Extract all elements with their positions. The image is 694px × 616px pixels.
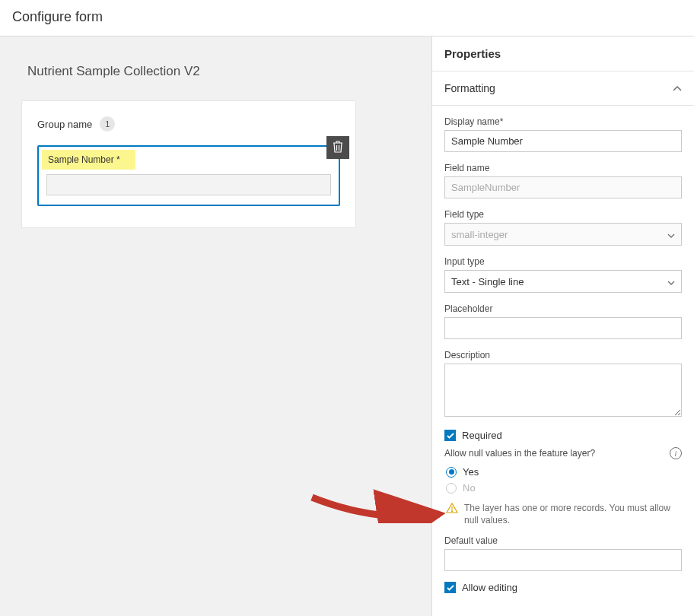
default-value-input[interactable] — [444, 549, 682, 571]
description-textarea[interactable] — [444, 364, 682, 417]
radio-no-label: No — [463, 482, 476, 494]
field-type-label: Field type — [444, 209, 682, 220]
allow-editing-label: Allow editing — [462, 582, 517, 593]
field-type-select: small-integer — [444, 223, 682, 246]
info-icon[interactable]: i — [670, 447, 682, 459]
group-count-badge: 1 — [100, 116, 115, 132]
display-name-input[interactable] — [444, 130, 682, 152]
group-header: Group name 1 — [37, 116, 340, 132]
group-card[interactable]: Group name 1 Sample Number * — [21, 100, 356, 228]
default-value-label: Default value — [444, 535, 682, 546]
main-area: Nutrient Sample Collection V2 Group name… — [0, 37, 694, 616]
input-type-value: Text - Single line — [451, 276, 524, 287]
field-name-input — [444, 176, 682, 198]
radio-no — [446, 483, 457, 494]
description-group: Description — [444, 350, 682, 419]
allow-null-question: Allow null values in the feature layer? — [444, 448, 595, 459]
form-title: Nutrient Sample Collection V2 — [27, 64, 410, 79]
chevron-down-icon — [667, 229, 675, 240]
display-name-group: Display name* — [444, 116, 682, 152]
radio-yes-label: Yes — [463, 466, 479, 478]
allow-editing-checkbox[interactable] — [444, 582, 456, 593]
field-label: Sample Number * — [42, 150, 135, 170]
input-type-group: Input type Text - Single line — [444, 256, 682, 293]
warning-text: The layer has one or more records. You m… — [464, 502, 682, 526]
svg-point-1 — [451, 510, 453, 512]
field-type-group: Field type small-integer — [444, 209, 682, 246]
placeholder-group: Placeholder — [444, 303, 682, 339]
required-checkbox-row[interactable]: Required — [444, 430, 682, 441]
check-icon — [447, 430, 454, 441]
form-canvas: Nutrient Sample Collection V2 Group name… — [0, 37, 431, 616]
required-label: Required — [462, 430, 502, 441]
check-icon — [447, 582, 454, 593]
warning-icon — [446, 502, 458, 516]
null-warning: The layer has one or more records. You m… — [446, 502, 682, 526]
trash-icon — [333, 141, 343, 155]
display-name-label: Display name* — [444, 116, 682, 127]
page-title: Configure form — [12, 9, 103, 24]
formatting-section-title: Formatting — [444, 82, 495, 94]
chevron-up-icon — [673, 82, 682, 94]
input-type-label: Input type — [444, 256, 682, 267]
field-type-value: small-integer — [451, 229, 508, 240]
formatting-section-body: Display name* Field name Field type smal… — [432, 106, 694, 616]
properties-header: Properties — [432, 37, 694, 71]
delete-field-button[interactable] — [326, 136, 349, 159]
field-name-group: Field name — [444, 163, 682, 198]
formatting-section-header[interactable]: Formatting — [432, 71, 694, 106]
required-checkbox[interactable] — [444, 430, 456, 441]
properties-panel: Properties Formatting Display name* Fiel… — [431, 37, 694, 616]
allow-null-question-row: Allow null values in the feature layer? … — [444, 447, 682, 459]
group-name-label: Group name — [37, 119, 92, 130]
allow-null-yes-row[interactable]: Yes — [444, 464, 682, 480]
radio-yes[interactable] — [446, 467, 457, 478]
placeholder-input[interactable] — [444, 317, 682, 339]
field-name-label: Field name — [444, 163, 682, 173]
field-input-preview — [46, 174, 331, 195]
allow-editing-row[interactable]: Allow editing — [444, 582, 682, 593]
field-wrapper: Sample Number * — [37, 145, 340, 206]
description-label: Description — [444, 350, 682, 360]
selected-field-card[interactable]: Sample Number * — [37, 145, 340, 206]
allow-null-no-row: No — [444, 480, 682, 496]
input-type-select[interactable]: Text - Single line — [444, 270, 682, 293]
chevron-down-icon — [667, 276, 675, 287]
default-value-group: Default value — [444, 535, 682, 571]
placeholder-label: Placeholder — [444, 303, 682, 314]
page-header: Configure form — [0, 0, 694, 37]
